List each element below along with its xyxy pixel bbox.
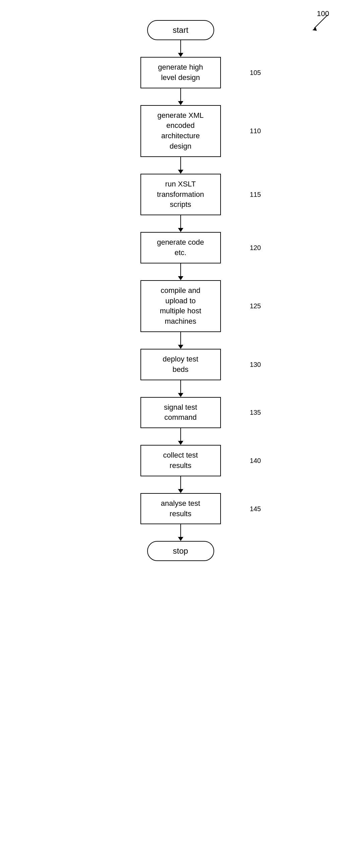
arrow-1-2 [178, 88, 183, 105]
arrow-6-7 [178, 380, 183, 397]
step-120-label: 120 [250, 244, 261, 251]
step-125-wrapper: compile andupload tomultiple hostmachine… [124, 280, 238, 332]
step-135-wrapper: signal testcommand 135 [124, 397, 238, 429]
diagram-container: 100 start generate highlevel design 105 … [0, 0, 361, 868]
arrow-9-10 [178, 524, 183, 541]
step-115-node: run XSLTtransformationscripts [140, 174, 221, 215]
arrow-2-3 [178, 157, 183, 174]
step-105-node: generate highlevel design [140, 57, 221, 88]
step-125-label: 125 [250, 302, 261, 310]
step-130-label: 130 [250, 361, 261, 368]
flowchart: start generate highlevel design 105 gene… [124, 20, 238, 561]
step-140-node: collect testresults [140, 445, 221, 476]
svg-line-0 [314, 15, 328, 28]
step-135-node: signal testcommand [140, 397, 221, 429]
step-145-label: 145 [250, 505, 261, 513]
step-115-label: 115 [250, 190, 261, 198]
step-125-node: compile andupload tomultiple hostmachine… [140, 280, 221, 332]
step-110-node: generate XMLencodedarchitecturedesign [140, 105, 221, 157]
arrow-3-4 [178, 215, 183, 232]
step-110-wrapper: generate XMLencodedarchitecturedesign 11… [124, 105, 238, 157]
step-140-label: 140 [250, 457, 261, 464]
step-145-wrapper: analyse testresults 145 [124, 493, 238, 525]
step-105-label: 105 [250, 69, 261, 76]
step-140-wrapper: collect testresults 140 [124, 445, 238, 476]
step-130-wrapper: deploy testbeds 130 [124, 349, 238, 380]
arrow-4-5 [178, 264, 183, 280]
start-node-wrapper: start [124, 20, 238, 40]
arrow-0-1 [178, 40, 183, 57]
step-120-node: generate codeetc. [140, 232, 221, 264]
step-115-wrapper: run XSLTtransformationscripts 115 [124, 174, 238, 215]
step-105-wrapper: generate highlevel design 105 [124, 57, 238, 88]
start-node: start [147, 20, 214, 40]
stop-node: stop [147, 541, 214, 561]
step-110-label: 110 [250, 127, 261, 135]
step-135-label: 135 [250, 409, 261, 416]
step-120-wrapper: generate codeetc. 120 [124, 232, 238, 264]
step-130-node: deploy testbeds [140, 349, 221, 380]
ref-arrow [311, 13, 331, 33]
arrow-7-8 [178, 428, 183, 445]
arrow-5-6 [178, 332, 183, 349]
arrow-8-9 [178, 476, 183, 493]
stop-node-wrapper: stop [124, 541, 238, 561]
step-145-node: analyse testresults [140, 493, 221, 525]
